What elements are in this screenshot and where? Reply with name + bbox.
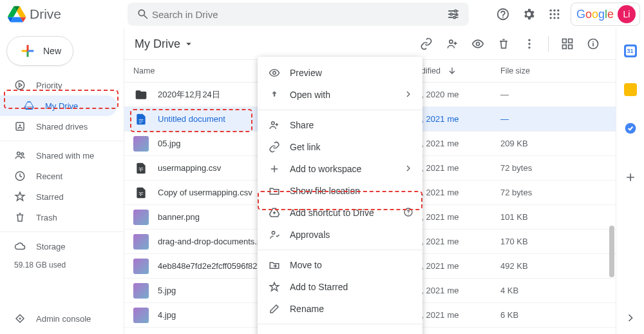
header: Drive Google Li	[0, 0, 644, 28]
menu-item-label: Share	[290, 120, 314, 130]
search-bar[interactable]	[128, 3, 469, 26]
menu-item-icon	[268, 119, 281, 131]
menu-item-icon	[268, 185, 281, 197]
settings-icon[interactable]	[516, 2, 541, 26]
svg-point-9	[553, 13, 555, 15]
image-thumb-icon	[133, 136, 149, 152]
menu-item-add-to-workspace[interactable]: Add to workspace	[258, 158, 422, 180]
share-icon[interactable]	[440, 32, 464, 56]
menu-item-preview[interactable]: Preview	[258, 62, 422, 84]
col-modified[interactable]: odified	[417, 66, 500, 76]
modified-by: me	[447, 237, 459, 246]
new-button[interactable]: New	[6, 36, 73, 66]
help-icon	[403, 207, 413, 219]
menu-item-label: Get link	[290, 142, 320, 152]
menu-item-get-link[interactable]: Get link	[258, 136, 422, 158]
svg-rect-29	[569, 45, 573, 49]
menu-item-open-with[interactable]: Open with	[258, 84, 422, 106]
file-name: 4.jpg	[158, 310, 176, 320]
menu-item-icon	[268, 89, 281, 101]
svg-point-7	[557, 10, 559, 12]
menu-item-label: Add to Starred	[290, 282, 348, 292]
sidebar-item-priority[interactable]: Priority	[0, 75, 117, 95]
menu-item-label: Move to	[290, 260, 322, 270]
svg-point-13	[557, 17, 559, 19]
sidebar-item-admin-console[interactable]: Admin console	[0, 308, 117, 329]
sidebar-item-starred[interactable]: Starred	[0, 186, 117, 207]
drive-icon	[23, 100, 35, 112]
file-name: Copy of usermapping.csv	[158, 188, 252, 197]
arrow-down-icon	[447, 66, 457, 76]
more-icon[interactable]	[517, 32, 542, 56]
file-type-icon	[133, 161, 149, 176]
svg-point-14	[15, 81, 24, 90]
file-name: usermapping.csv	[158, 163, 221, 173]
search-icon	[134, 2, 152, 26]
sidebar: New Priority My Drive Shared drives Shar…	[0, 28, 124, 334]
apps-grid-icon[interactable]	[542, 2, 567, 26]
svg-point-12	[553, 17, 555, 19]
svg-point-4	[453, 16, 455, 18]
file-type-icon	[133, 185, 149, 201]
avatar[interactable]: Li	[618, 5, 636, 23]
storage-used-text: 59.18 GB used	[0, 260, 124, 270]
svg-point-33	[272, 122, 275, 125]
menu-item-label: Add shortcut to Drive	[290, 208, 374, 218]
menu-item-icon	[268, 163, 281, 175]
sidebar-item-shared-drives[interactable]: Shared drives	[0, 116, 117, 137]
preview-icon[interactable]	[466, 32, 490, 56]
modified-by: me	[447, 163, 459, 173]
svg-point-21	[450, 40, 453, 43]
keep-icon[interactable]	[618, 77, 643, 102]
delete-icon[interactable]	[491, 32, 516, 56]
menu-item-share[interactable]: Share	[258, 114, 422, 136]
col-size[interactable]: File size	[500, 66, 616, 75]
file-size: 209 KB	[500, 139, 616, 148]
menu-item-rename[interactable]: Rename	[258, 298, 422, 320]
menu-item-approvals[interactable]: Approvals	[258, 224, 422, 246]
side-panel: 31	[616, 28, 644, 334]
admin-icon	[14, 313, 26, 324]
modified-by: me	[447, 261, 459, 271]
help-icon[interactable]	[491, 2, 515, 26]
sidebar-item-storage[interactable]: Storage	[0, 236, 117, 257]
sidebar-item-trash[interactable]: Trash	[0, 207, 117, 228]
chevron-down-icon	[183, 38, 194, 50]
account-chip[interactable]: Google Li	[571, 3, 640, 26]
addons-plus-icon[interactable]	[618, 165, 643, 190]
collapse-panel-icon[interactable]	[624, 311, 637, 326]
get-link-icon[interactable]	[414, 32, 439, 56]
svg-point-6	[553, 10, 555, 12]
tasks-icon[interactable]	[618, 116, 643, 141]
breadcrumb[interactable]: My Drive	[135, 37, 194, 51]
sidebar-item-recent[interactable]: Recent	[0, 166, 117, 186]
sidebar-item-shared-with-me[interactable]: Shared with me	[0, 145, 117, 166]
file-size: —	[500, 114, 616, 124]
sidebar-item-my-drive[interactable]: My Drive	[0, 95, 117, 116]
modified-by: me	[447, 286, 459, 295]
app-logo[interactable]: Drive	[8, 5, 129, 23]
sidebar-item-label: Admin console	[36, 314, 91, 324]
menu-item-view-details[interactable]: View details	[258, 328, 422, 334]
file-size: 72 bytes	[500, 163, 616, 173]
menu-item-show-file-location[interactable]: Show file location	[258, 180, 422, 202]
calendar-icon[interactable]: 31	[618, 39, 643, 63]
file-size: 492 KB	[500, 261, 616, 271]
info-icon[interactable]	[581, 32, 605, 56]
menu-item-move-to[interactable]: Move to	[258, 254, 422, 276]
clock-icon	[14, 170, 26, 182]
svg-point-8	[549, 13, 551, 15]
svg-rect-27	[569, 39, 573, 43]
search-tune-icon[interactable]	[444, 2, 462, 26]
app-name: Drive	[30, 6, 61, 22]
drive-logo-icon	[8, 5, 26, 23]
svg-point-22	[477, 43, 480, 46]
layout-grid-icon[interactable]	[555, 32, 580, 56]
scrollbar-thumb[interactable]	[609, 226, 614, 277]
svg-point-23	[528, 39, 530, 41]
search-input[interactable]	[152, 9, 444, 20]
menu-item-label: Preview	[290, 68, 322, 78]
menu-item-add-shortcut-to-drive[interactable]: Add shortcut to Drive	[258, 202, 422, 224]
menu-item-label: Open with	[290, 90, 330, 100]
menu-item-add-to-starred[interactable]: Add to Starred	[258, 276, 422, 298]
